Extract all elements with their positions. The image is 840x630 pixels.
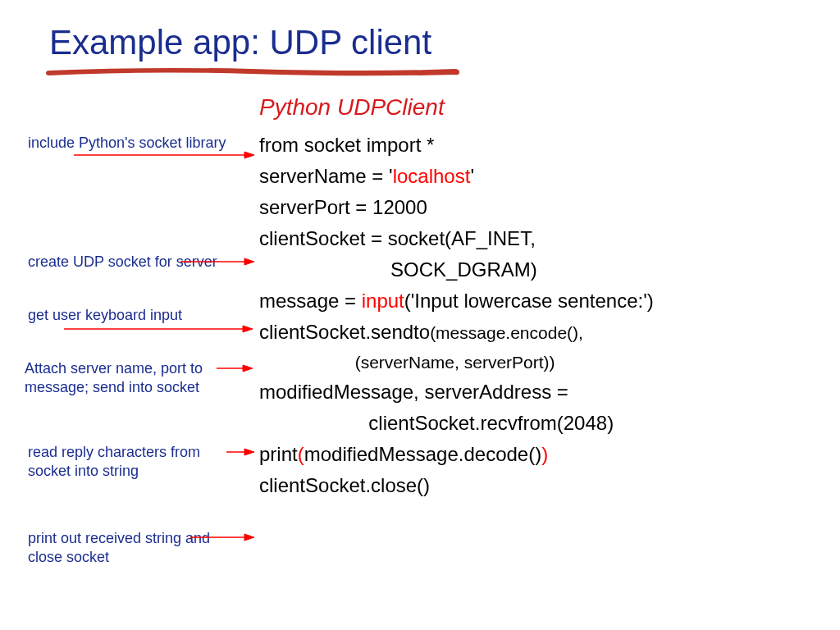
arrow-recv <box>226 448 254 459</box>
code-line-close: clientSocket.close() <box>259 476 654 495</box>
code-block: from socket import * serverName = 'local… <box>259 135 654 507</box>
slide-title: Example app: UDP client <box>49 23 431 62</box>
code-line-import: from socket import * <box>259 135 654 155</box>
annotation-import: include Python's socket library <box>28 134 241 153</box>
annotation-recv: read reply characters from socket into s… <box>28 443 241 480</box>
code-line-sendto1: clientSocket.sendto(message.encode(), <box>259 322 654 342</box>
code-line-serverport: serverPort = 12000 <box>259 198 654 217</box>
arrow-import <box>74 151 254 162</box>
code-subtitle: Python UDPClient <box>259 94 445 121</box>
annotation-input: get user keyboard input <box>28 306 241 325</box>
svg-marker-1 <box>244 152 254 158</box>
code-line-sendto2: (serverName, serverPort)) <box>259 354 654 371</box>
code-line-socket1: clientSocket = socket(AF_INET, <box>259 229 654 249</box>
title-underline <box>46 66 464 79</box>
svg-marker-7 <box>243 365 253 372</box>
svg-marker-11 <box>244 534 254 541</box>
arrow-print <box>190 533 254 545</box>
svg-marker-5 <box>243 326 253 332</box>
code-line-print: print(modifiedMessage.decode()) <box>259 445 654 464</box>
code-line-recv1: modifiedMessage, serverAddress = <box>259 382 654 402</box>
code-line-recv2: clientSocket.recvfrom(2048) <box>259 413 654 433</box>
code-line-servername: serverName = 'localhost' <box>259 167 654 186</box>
arrow-socket <box>180 258 254 269</box>
svg-marker-3 <box>244 258 254 265</box>
arrow-sendto <box>217 364 253 376</box>
arrow-input <box>64 325 253 336</box>
code-line-socket2: SOCK_DGRAM) <box>259 260 654 280</box>
code-line-input: message = input('Input lowercase sentenc… <box>259 291 654 311</box>
annotation-sendto: Attach server name, port to message; sen… <box>25 359 238 396</box>
svg-marker-9 <box>244 449 254 455</box>
